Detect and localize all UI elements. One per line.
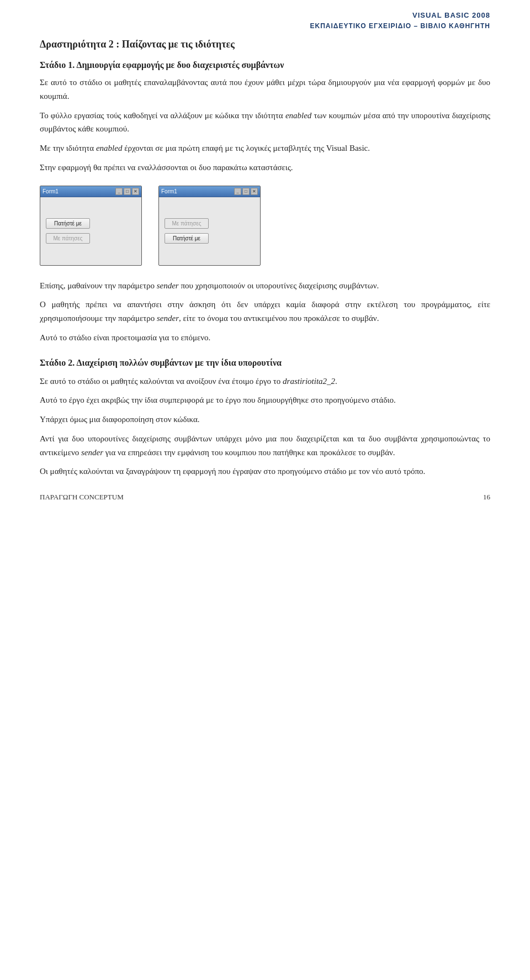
form1-body: Πατήστέ με Με πάτησες bbox=[40, 197, 141, 265]
form1-titlebar: Form1 _ □ ✕ bbox=[40, 186, 141, 197]
form2-title: Form1 bbox=[161, 188, 234, 194]
form2-button2[interactable]: Πατήστέ με bbox=[165, 233, 209, 244]
stage1-para6: Ο μαθητής πρέπει να απαντήσει στην άσκησ… bbox=[40, 298, 490, 325]
form1-close-btn: ✕ bbox=[132, 188, 139, 195]
activity-title: Δραστηριότητα 2 : Παίζοντας με τις ιδιότ… bbox=[40, 39, 490, 50]
stage2-para5: Οι μαθητές καλούνται να ξαναγράψουν τη ε… bbox=[40, 465, 490, 478]
stage2-para2: Αυτό το έργο έχει ακριβώς την ίδια συμπε… bbox=[40, 393, 490, 407]
header-line1: VISUAL BASIC 2008 bbox=[310, 10, 490, 21]
stage1-title: Στάδιο 1. Δημιουργία εφαρμογής με δυο δι… bbox=[40, 60, 490, 70]
stage2-para1: Σε αυτό το στάδιο οι μαθητές καλούνται ν… bbox=[40, 375, 490, 388]
form2-close-btn: ✕ bbox=[251, 188, 258, 195]
stage1-para4: Στην εφαρμογή θα πρέπει να εναλλάσσονται… bbox=[40, 161, 490, 175]
form1-title: Form1 bbox=[43, 188, 115, 194]
stage1-para2: Το φύλλο εργασίας τούς καθοδηγεί να αλλά… bbox=[40, 109, 490, 136]
header-line2: ΕΚΠΑΙΔΕΥΤΙΚΟ ΕΓΧΕΙΡΙΔΙΟ – ΒΙΒΛΙΟ ΚΑΘΗΓΗΤ… bbox=[310, 21, 490, 31]
stage1-para1: Σε αυτό το στάδιο οι μαθητές επαναλαμβάν… bbox=[40, 76, 490, 103]
form1-minimize-btn: _ bbox=[115, 188, 123, 195]
stage2-title: Στάδιο 2. Διαχείριση πολλών συμβάντων με… bbox=[40, 358, 490, 368]
footer-left: ΠΑΡΑΓΩΓΗ CONCEPTUM bbox=[40, 493, 124, 502]
form1-button1[interactable]: Πατήστέ με bbox=[46, 218, 90, 229]
form-window-1: Form1 _ □ ✕ Πατήστέ με Με πάτησες bbox=[40, 186, 142, 266]
form2-body: Με πάτησες Πατήστέ με bbox=[159, 197, 260, 265]
page-header: VISUAL BASIC 2008 ΕΚΠΑΙΔΕΥΤΙΚΟ ΕΓΧΕΙΡΙΔΙ… bbox=[310, 10, 490, 31]
stage1-para3: Με την ιδιότητα enabled έρχονται σε μια … bbox=[40, 141, 490, 155]
footer-page-number: 16 bbox=[483, 493, 490, 502]
form2-button1: Με πάτησες bbox=[165, 218, 209, 229]
stage1-para5: Επίσης, μαθαίνουν την παράμετρο sender π… bbox=[40, 279, 490, 293]
stage2-para4: Αντί για δυο υπορουτίνες διαχείρισης συμ… bbox=[40, 432, 490, 460]
page: VISUAL BASIC 2008 ΕΚΠΑΙΔΕΥΤΙΚΟ ΕΓΧΕΙΡΙΔΙ… bbox=[0, 0, 530, 517]
form1-titlebar-buttons: _ □ ✕ bbox=[115, 188, 139, 195]
form2-maximize-btn: □ bbox=[242, 188, 250, 195]
form2-titlebar-buttons: _ □ ✕ bbox=[234, 188, 258, 195]
form2-minimize-btn: _ bbox=[234, 188, 241, 195]
form1-button2: Με πάτησες bbox=[46, 233, 90, 244]
form2-titlebar: Form1 _ □ ✕ bbox=[159, 186, 260, 197]
form1-maximize-btn: □ bbox=[124, 188, 131, 195]
forms-illustration: Form1 _ □ ✕ Πατήστέ με Με πάτησες Form1 … bbox=[40, 186, 490, 266]
stage1-para7: Αυτό το στάδιο είναι προετοιμασία για το… bbox=[40, 331, 490, 345]
stage2-para3: Υπάρχει όμως μια διαφοροποίηση στον κώδι… bbox=[40, 413, 490, 426]
page-footer: ΠΑΡΑΓΩΓΗ CONCEPTUM 16 bbox=[40, 493, 490, 502]
form-window-2: Form1 _ □ ✕ Με πάτησες Πατήστέ με bbox=[158, 186, 261, 266]
